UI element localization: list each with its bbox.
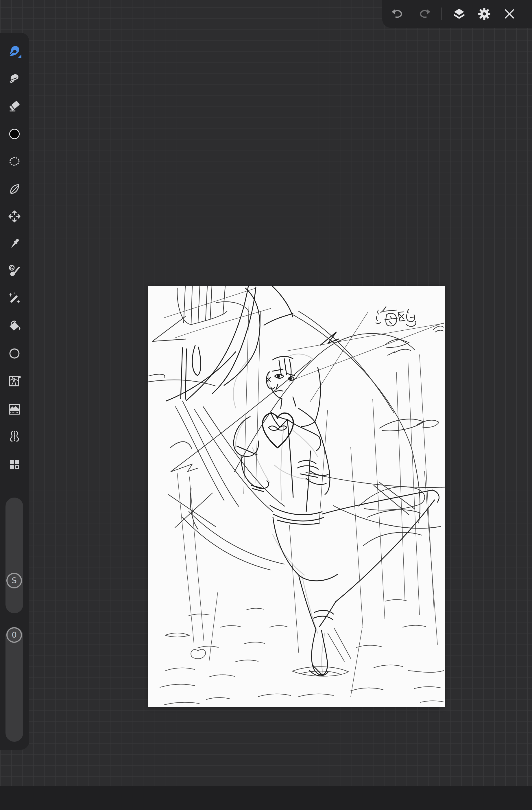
brush-size-slider[interactable] — [5, 498, 23, 613]
tool-sidebar: S 0 — [0, 33, 29, 750]
tool-magic-wand[interactable] — [7, 291, 22, 306]
canvas-signature — [376, 307, 416, 326]
tool-layout-grid[interactable] — [7, 457, 22, 472]
tool-ellipse-shape[interactable] — [7, 346, 22, 361]
lasso-icon — [7, 165, 22, 170]
tool-paint-blend[interactable] — [7, 263, 22, 278]
magic-wand-icon — [7, 301, 22, 307]
sketch-scenery-strokes — [148, 286, 445, 570]
layers-icon — [452, 16, 466, 22]
sketch-hair-strokes — [166, 286, 338, 401]
drawing-canvas[interactable] — [148, 286, 445, 707]
smudge-finger-icon — [7, 80, 22, 86]
sketch-figure-strokes — [234, 356, 439, 676]
tool-mesh-transform[interactable] — [7, 374, 22, 389]
close-button[interactable] — [502, 7, 516, 21]
undo-arrow-icon — [390, 16, 404, 22]
tool-brush[interactable] — [7, 44, 22, 59]
settings-button[interactable] — [477, 7, 491, 21]
top-toolbar — [382, 0, 532, 28]
gear-icon — [477, 16, 491, 22]
toolbar-divider — [441, 7, 442, 20]
tool-symmetry-warp[interactable] — [7, 429, 22, 444]
fill-bucket-icon — [7, 329, 22, 335]
close-icon — [502, 16, 516, 22]
image-frames-icon — [7, 412, 22, 417]
move-arrows-icon — [7, 219, 22, 225]
layers-button[interactable] — [452, 7, 466, 21]
opacity-knob-label: 0 — [12, 630, 16, 639]
layout-grid-icon — [7, 468, 22, 473]
tool-smudge[interactable] — [7, 70, 22, 85]
tool-lasso-select[interactable] — [7, 155, 22, 169]
undo-button[interactable] — [390, 7, 404, 21]
eyedropper-icon — [7, 247, 22, 252]
brush-icon — [7, 54, 22, 60]
tool-leaf-curve[interactable] — [7, 182, 22, 196]
symmetry-icon — [7, 439, 22, 445]
app-screen: S 0 — [0, 0, 532, 810]
tool-move[interactable] — [7, 209, 22, 224]
eraser-icon — [7, 109, 22, 115]
leaf-icon — [7, 192, 22, 198]
tool-fill-bucket[interactable] — [7, 319, 22, 333]
redo-arrow-icon — [417, 16, 431, 22]
mesh-transform-icon — [7, 384, 22, 390]
tool-color-swatch[interactable] — [7, 127, 22, 141]
blend-brush-icon — [7, 274, 22, 279]
ellipse-icon — [7, 356, 22, 362]
tool-eraser[interactable] — [7, 99, 22, 114]
color-swatch-icon — [7, 137, 22, 142]
brush-size-knob[interactable]: S — [6, 573, 22, 588]
opacity-slider[interactable] — [5, 627, 23, 742]
android-navbar — [0, 786, 532, 810]
tool-eyedropper[interactable] — [7, 237, 22, 251]
brush-size-knob-label: S — [12, 576, 16, 585]
tool-image-frames[interactable] — [7, 402, 22, 416]
opacity-knob[interactable]: 0 — [6, 627, 22, 643]
sketch-water-ripples — [160, 599, 444, 705]
redo-button[interactable] — [417, 7, 431, 21]
